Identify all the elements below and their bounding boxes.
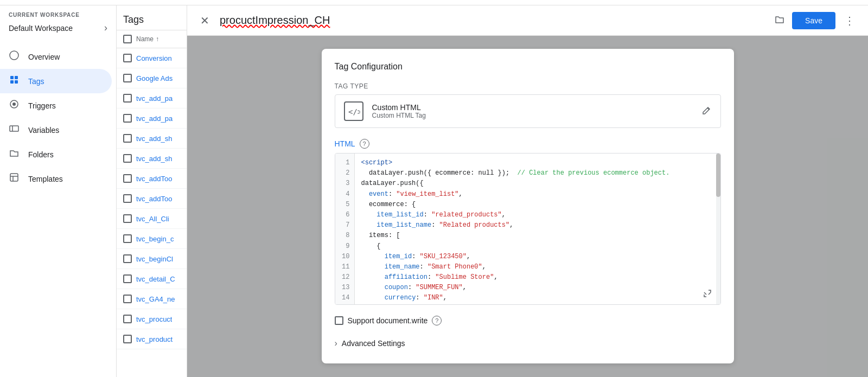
code-editor-inner: 12345678910111213141516171819 <script> d… (335, 154, 720, 304)
sidebar-item-overview[interactable]: Overview (0, 44, 112, 69)
name-column-header: Name ↑ (136, 35, 159, 43)
code-line: item_id: "SKU_123450", (361, 252, 714, 262)
more-options-button[interactable]: ⋮ (840, 12, 859, 29)
sidebar-item-templates[interactable]: Templates (0, 167, 112, 191)
code-line: event: "view_item_list", (361, 189, 714, 200)
scrollbar-track (716, 154, 720, 304)
tag-type-name: Custom HTML (372, 103, 693, 112)
edit-tag-type-button[interactable] (702, 105, 712, 118)
code-line: item_name: "Smart Phone0", (361, 262, 714, 272)
list-item[interactable]: Google Ads (117, 68, 187, 88)
sidebar-item-variables[interactable]: Variables (0, 118, 112, 142)
row-checkbox[interactable] (123, 194, 132, 203)
list-item[interactable]: tvc_beginCl (117, 249, 187, 269)
list-item[interactable]: tvc_procuct (117, 309, 187, 329)
tag-editor-overlay: ✕ procuctImpression_CH Save ⋮ Tag Config… (187, 5, 868, 377)
code-line: items: [ (361, 231, 714, 241)
tag-type-box[interactable]: </> Custom HTML Custom HTML Tag (335, 94, 721, 128)
tag-name: tvc_product (136, 335, 173, 343)
row-checkbox[interactable] (123, 94, 132, 103)
list-item[interactable]: tvc_GA4_ne (117, 289, 187, 309)
code-editor[interactable]: 12345678910111213141516171819 <script> d… (335, 153, 721, 305)
tag-editor-topbar: ✕ procuctImpression_CH Save ⋮ (187, 5, 868, 36)
svg-rect-3 (10, 80, 14, 84)
workspace-selector[interactable]: Default Workspace › (9, 20, 107, 36)
row-checkbox[interactable] (123, 174, 132, 183)
row-checkbox[interactable] (123, 74, 132, 82)
code-line: currency: "INR", (361, 293, 714, 303)
svg-rect-4 (15, 80, 18, 84)
svg-text:</>: </> (348, 107, 360, 116)
close-button[interactable]: ✕ (196, 12, 213, 29)
workspace-chevron-icon: › (104, 22, 107, 34)
svg-rect-1 (10, 76, 14, 79)
overview-icon (9, 50, 20, 63)
sidebar-item-folders[interactable]: Folders (0, 142, 112, 167)
tag-name: tvc_begin_c (136, 235, 174, 243)
folders-icon (9, 148, 20, 161)
tag-name: tvc_addToo (136, 195, 173, 203)
tags-list-header: Tags (117, 5, 187, 30)
list-item[interactable]: tvc_add_pa (117, 108, 187, 129)
list-item[interactable]: tvc_detail_C (117, 269, 187, 289)
list-item[interactable]: tvc_begin_c (117, 229, 187, 249)
tag-name: tvc_add_pa (136, 94, 173, 103)
list-item[interactable]: tvc_addToo (117, 189, 187, 209)
scrollbar-thumb[interactable] (716, 154, 720, 197)
main-content: ✕ procuctImpression_CH Save ⋮ Tag Config… (187, 5, 868, 377)
list-item[interactable]: tvc_add_sh (117, 129, 187, 149)
row-checkbox[interactable] (123, 254, 132, 263)
tag-title[interactable]: procuctImpression_CH (220, 14, 767, 27)
row-checkbox[interactable] (123, 274, 132, 283)
code-line: { (361, 241, 714, 252)
row-checkbox[interactable] (123, 154, 132, 163)
row-checkbox[interactable] (123, 234, 132, 243)
row-checkbox[interactable] (123, 214, 132, 223)
support-document-write-checkbox[interactable] (335, 316, 343, 325)
svg-point-6 (12, 103, 16, 106)
advanced-settings-label: Advanced Settings (342, 339, 405, 348)
folder-icon[interactable] (774, 13, 786, 28)
tag-name: tvc_beginCl (136, 255, 173, 263)
svg-rect-7 (10, 126, 18, 131)
row-checkbox[interactable] (123, 54, 132, 62)
advanced-settings-row[interactable]: › Advanced Settings (335, 336, 721, 350)
sidebar-item-templates-label: Templates (28, 175, 63, 183)
support-help-icon[interactable]: ? (432, 316, 442, 325)
row-checkbox[interactable] (123, 114, 132, 123)
sidebar: CURRENT WORKSPACE Default Workspace › Ov… (0, 5, 117, 377)
list-item[interactable]: tvc_All_Cli (117, 209, 187, 229)
nav-items: Overview Tags Triggers Variables (0, 40, 116, 377)
save-button[interactable]: Save (792, 12, 835, 29)
code-line: discount: 222, (361, 304, 714, 304)
row-checkbox[interactable] (123, 315, 132, 323)
tag-name: tvc_procuct (136, 315, 172, 323)
code-content[interactable]: <script> dataLayer.push({ ecommerce: nul… (355, 154, 720, 304)
tag-name: tvc_detail_C (136, 275, 175, 283)
sidebar-item-triggers[interactable]: Triggers (0, 93, 112, 118)
sidebar-item-overview-label: Overview (28, 53, 60, 61)
tag-name: tvc_add_sh (136, 155, 173, 163)
code-line: ecommerce: { (361, 200, 714, 210)
workspace-name-text: Default Workspace (9, 24, 73, 33)
html-help-icon[interactable]: ? (360, 139, 369, 149)
list-item[interactable]: tvc_add_pa (117, 88, 187, 108)
list-item[interactable]: Conversion (117, 48, 187, 68)
tags-list-panel: Tags Name ↑ Conversion Google Ads tvc_ad… (117, 5, 187, 377)
select-all-checkbox[interactable] (123, 35, 132, 43)
row-checkbox[interactable] (123, 295, 132, 303)
code-line: dataLayer.push({ ecommerce: null }); // … (361, 168, 714, 178)
sidebar-item-tags[interactable]: Tags (0, 69, 112, 93)
sidebar-item-variables-label: Variables (28, 126, 59, 135)
row-checkbox[interactable] (123, 335, 132, 343)
support-row: Support document.write ? (335, 316, 721, 325)
expand-icon[interactable] (703, 289, 712, 300)
row-checkbox[interactable] (123, 134, 132, 143)
tag-name: tvc_add_pa (136, 114, 173, 123)
code-line: item_list_name: "Related products", (361, 220, 714, 231)
list-item[interactable]: tvc_addToo (117, 169, 187, 189)
list-item[interactable]: tvc_product (117, 329, 187, 349)
sort-icon: ↑ (156, 35, 159, 43)
tag-name: tvc_All_Cli (136, 215, 169, 223)
list-item[interactable]: tvc_add_sh (117, 149, 187, 169)
